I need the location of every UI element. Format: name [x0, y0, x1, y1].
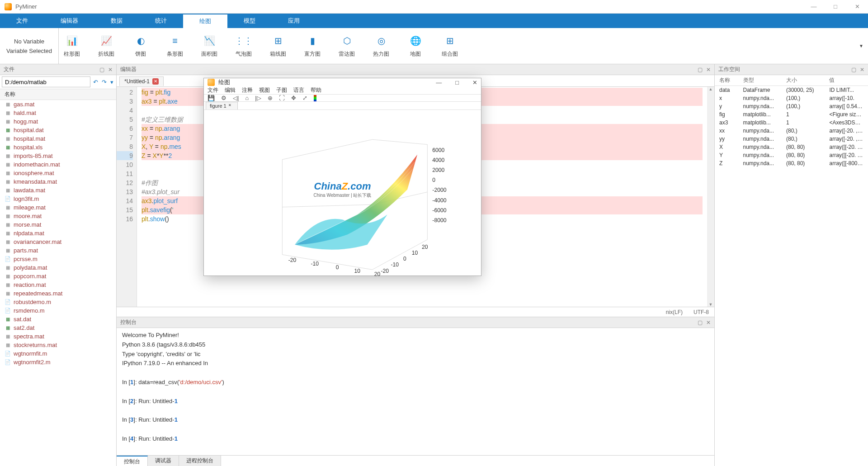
- plot-menu-5[interactable]: 语言: [293, 86, 304, 94]
- editor-undock-icon[interactable]: ▢: [698, 67, 703, 73]
- console-tab-1[interactable]: 调试器: [148, 456, 179, 466]
- ws-header[interactable]: 大小: [782, 75, 825, 86]
- window-maximize-button[interactable]: □: [829, 3, 842, 10]
- chart-type-9[interactable]: ◎热力图: [373, 34, 390, 58]
- chart-type-6[interactable]: ⊞箱线图: [269, 34, 287, 58]
- path-browse-icon[interactable]: ▾: [109, 79, 114, 86]
- menu-item-6[interactable]: 应用: [272, 14, 316, 28]
- editor-tab[interactable]: *Untitled-1 ✕: [119, 76, 164, 86]
- ws-row[interactable]: Ynumpy.nda...(80, 80)array([[-20. , -...: [715, 151, 868, 159]
- file-item[interactable]: spectra.mat: [0, 332, 116, 341]
- ws-row[interactable]: Znumpy.nda...(80, 80)array([[-8000. ...: [715, 159, 868, 167]
- file-item[interactable]: kmeansdata.mat: [0, 177, 116, 186]
- editor-close-icon[interactable]: ✕: [706, 67, 711, 73]
- zoom-icon[interactable]: ⛶: [279, 95, 285, 101]
- ws-row[interactable]: ynumpy.nda...(100,)array([ 0.54402...: [715, 102, 868, 110]
- file-item[interactable]: hospital.mat: [0, 134, 116, 143]
- console-output[interactable]: Welcome To PyMiner! Python 3.8.6 (tags/v…: [117, 328, 714, 455]
- plot-menu-0[interactable]: 文件: [208, 86, 218, 94]
- file-item[interactable]: wgtnormfit2.m: [0, 358, 116, 366]
- file-item[interactable]: logn3fit.m: [0, 195, 116, 203]
- menu-item-2[interactable]: 数据: [94, 14, 139, 28]
- file-item[interactable]: sat2.dat: [0, 323, 116, 332]
- window-minimize-button[interactable]: —: [807, 3, 820, 10]
- file-pane-close-icon[interactable]: ✕: [108, 67, 113, 73]
- file-item[interactable]: ionosphere.mat: [0, 169, 116, 177]
- plot-window[interactable]: 绘图 — □ ✕ 文件编辑注释视图子图语言帮助 💾 ⚙ ◁| ⌂ |▷ ⊕ ⛶ …: [203, 78, 481, 276]
- menu-item-1[interactable]: 编辑器: [44, 14, 94, 28]
- ws-header[interactable]: 名称: [715, 75, 739, 86]
- window-close-button[interactable]: ✕: [851, 3, 863, 10]
- workspace-close-icon[interactable]: ✕: [860, 67, 864, 73]
- ws-row[interactable]: yynumpy.nda...(80,)array([-20. , -1...: [715, 135, 868, 143]
- nav-left-icon[interactable]: ◁|: [233, 95, 239, 101]
- file-item[interactable]: popcorn.mat: [0, 272, 116, 281]
- chart-type-5[interactable]: ⋮⋮气泡图: [235, 34, 252, 58]
- plot-maximize-button[interactable]: □: [455, 79, 459, 86]
- ws-row[interactable]: dataDataFrame(30000, 25) ID LIMIT...: [715, 86, 868, 95]
- file-item[interactable]: reaction.mat: [0, 281, 116, 289]
- plot-figure-tab[interactable]: figure 1 ✕: [206, 102, 238, 109]
- plot-menu-3[interactable]: 视图: [259, 86, 270, 94]
- workspace-undock-icon[interactable]: ▢: [851, 67, 856, 73]
- file-item[interactable]: imports-85.mat: [0, 152, 116, 160]
- menu-item-3[interactable]: 统计: [139, 14, 183, 28]
- plot-tab-close-icon[interactable]: ✕: [228, 103, 234, 109]
- file-item[interactable]: wgtnormfit.m: [0, 349, 116, 358]
- chart-type-3[interactable]: ≡条形图: [166, 34, 184, 58]
- file-item[interactable]: gas.mat: [0, 100, 116, 109]
- console-undock-icon[interactable]: ▢: [698, 319, 703, 326]
- menu-item-4[interactable]: 绘图: [183, 14, 227, 28]
- ws-row[interactable]: figmatplotlib...1<Figure size 4...: [715, 110, 868, 119]
- file-item[interactable]: repeatedmeas.mat: [0, 289, 116, 298]
- file-item[interactable]: polydata.mat: [0, 263, 116, 272]
- chart-type-10[interactable]: 🌐地图: [407, 34, 424, 58]
- chart-type-11[interactable]: ⊞组合图: [441, 34, 458, 58]
- file-item[interactable]: mileage.mat: [0, 203, 116, 212]
- settings-icon[interactable]: ⚙: [221, 95, 226, 101]
- plot-close-button[interactable]: ✕: [472, 79, 477, 86]
- path-input[interactable]: [2, 76, 90, 87]
- nav-right-icon[interactable]: |▷: [255, 95, 261, 101]
- file-item[interactable]: moore.mat: [0, 212, 116, 220]
- ribbon-dropdown-button[interactable]: ▼: [854, 28, 868, 64]
- editor-scrollbar[interactable]: ▲▼: [707, 87, 714, 307]
- color-icon[interactable]: [314, 95, 316, 101]
- console-tab-0[interactable]: 控制台: [117, 456, 148, 466]
- plot-menu-6[interactable]: 帮助: [311, 86, 321, 94]
- plot-minimize-button[interactable]: —: [436, 79, 442, 86]
- save-icon[interactable]: 💾: [208, 95, 215, 101]
- file-item[interactable]: ovariancancer.mat: [0, 238, 116, 246]
- plot-menu-1[interactable]: 编辑: [225, 86, 236, 94]
- chart-type-1[interactable]: 📈折线图: [98, 34, 115, 58]
- plot-canvas[interactable]: ChinaZ.com China Webmaster | 站长下载: [204, 110, 481, 284]
- file-item[interactable]: nlpdata.mat: [0, 229, 116, 238]
- ws-header[interactable]: 值: [825, 75, 868, 86]
- ws-row[interactable]: xxnumpy.nda...(80,)array([-20. , -1...: [715, 127, 868, 135]
- file-item[interactable]: robustdemo.m: [0, 298, 116, 306]
- ws-row[interactable]: xnumpy.nda...(100,)array([-10.: [715, 94, 868, 102]
- path-back-icon[interactable]: ↶: [92, 79, 99, 86]
- file-item[interactable]: sat.dat: [0, 315, 116, 323]
- chart-type-7[interactable]: ▮直方图: [304, 34, 321, 58]
- file-item[interactable]: parts.mat: [0, 246, 116, 255]
- file-item[interactable]: rsmdemo.m: [0, 306, 116, 315]
- file-pane-undock-icon[interactable]: ▢: [99, 67, 104, 73]
- file-item[interactable]: lawdata.mat: [0, 186, 116, 195]
- file-item[interactable]: indomethacin.mat: [0, 160, 116, 169]
- file-item[interactable]: hospital.xls: [0, 143, 116, 152]
- console-tab-2[interactable]: 进程控制台: [179, 456, 221, 466]
- pan-icon[interactable]: ✥: [291, 95, 296, 101]
- console-close-icon[interactable]: ✕: [706, 319, 711, 326]
- pick-icon[interactable]: ⤢: [302, 95, 307, 101]
- path-forward-icon[interactable]: ↷: [101, 79, 108, 86]
- file-item[interactable]: pcrsse.m: [0, 255, 116, 263]
- menu-item-0[interactable]: 文件: [0, 14, 44, 28]
- home-icon[interactable]: ⌂: [245, 95, 249, 101]
- plot-menu-2[interactable]: 注释: [242, 86, 253, 94]
- ws-row[interactable]: Xnumpy.nda...(80, 80)array([[-20. , -...: [715, 143, 868, 151]
- file-item[interactable]: hospital.dat: [0, 126, 116, 134]
- file-item[interactable]: stockreturns.mat: [0, 341, 116, 349]
- menu-item-5[interactable]: 模型: [227, 14, 272, 28]
- target-icon[interactable]: ⊕: [268, 95, 273, 101]
